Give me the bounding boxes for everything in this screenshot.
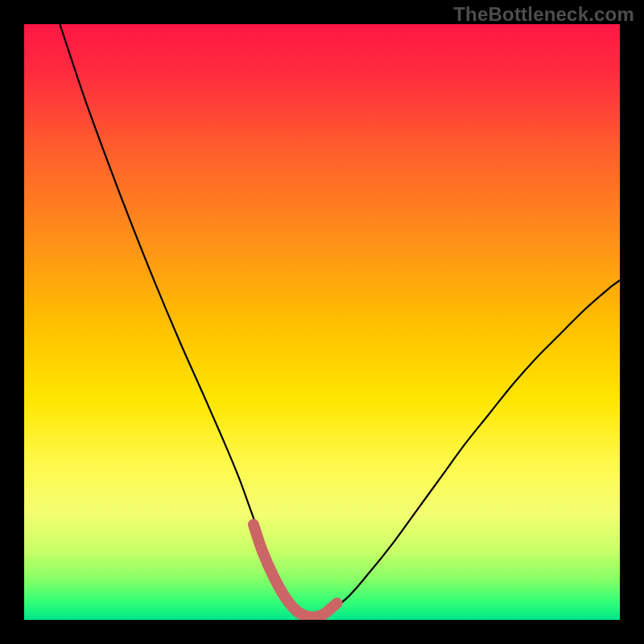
watermark-text: TheBottleneck.com — [453, 3, 634, 26]
plot-area — [24, 24, 620, 620]
chart-svg — [24, 24, 620, 620]
gradient-background — [24, 24, 620, 620]
chart-frame: TheBottleneck.com — [0, 0, 644, 644]
